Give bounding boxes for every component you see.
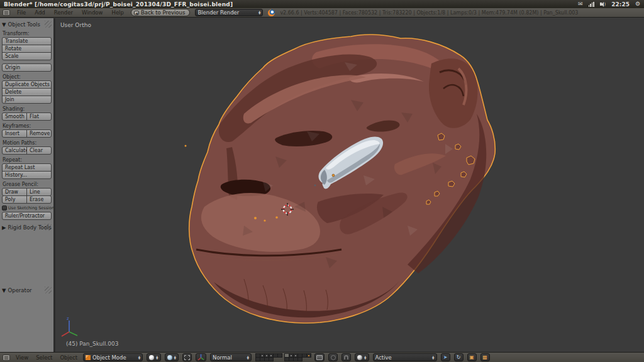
tool-shelf: ▼ Object Tools Transform: Translate Rota… — [0, 18, 55, 352]
volume-icon[interactable]: ) — [600, 2, 606, 7]
clear-button[interactable]: Clear — [26, 146, 52, 155]
pointer-icon: ➤ — [443, 355, 448, 360]
menu-select[interactable]: Select — [34, 354, 54, 361]
spinner-arrows-icon: ▲▼ — [432, 356, 434, 359]
menu-view[interactable]: View — [14, 354, 30, 361]
sketching-sessions-checkbox[interactable] — [2, 206, 7, 211]
system-tray: ✉ ) 22:25 ⚙ — [578, 1, 640, 8]
repeat-label: Repeat: — [3, 157, 51, 163]
panel-grip-icon — [45, 287, 52, 293]
mode-select[interactable]: Object Mode ▲▼ — [83, 353, 143, 361]
menu-help[interactable]: Help — [109, 9, 125, 16]
spinner-arrows-icon: ▲▼ — [156, 356, 158, 359]
viewport-shading-select[interactable]: ▲▼ — [147, 353, 160, 361]
shading-label: Shading: — [3, 106, 51, 112]
spinner-arrows-icon: ▲▼ — [258, 11, 260, 14]
view3d-header: View Select Object Object Mode ▲▼ ▲▼ ▲▼ — [0, 352, 644, 362]
render-preview-select[interactable]: ▲▼ — [355, 353, 369, 361]
join-button[interactable]: Join — [2, 96, 52, 104]
collapse-triangle-icon: ▼ — [2, 21, 6, 28]
object-mode-cube-icon — [86, 355, 91, 360]
active-select[interactable]: Active ▲▼ — [373, 353, 437, 361]
opengl-render-button[interactable]: ▣ — [467, 353, 477, 361]
titlebar: Blender* [/home/cogitas3d/prj/P_boisei_2… — [0, 0, 644, 8]
history-button[interactable]: History... — [2, 171, 52, 179]
opengl-anim-icon: ▩ — [482, 355, 487, 360]
scene-canvas — [55, 18, 644, 353]
spinner-arrows-icon: ▲▼ — [247, 356, 249, 359]
scene-lock-icon — [316, 355, 323, 360]
snap-toggle[interactable] — [341, 353, 351, 361]
spinner-arrows-icon: ▲▼ — [174, 356, 176, 359]
view-name-label: User Ortho — [60, 22, 91, 28]
layer-cell[interactable] — [269, 357, 274, 361]
sketching-sessions-label: Use Sketching Sessions — [8, 206, 55, 211]
axes-icon — [197, 354, 204, 361]
panel-grip-icon — [45, 224, 52, 231]
skull-model[interactable] — [189, 35, 496, 323]
gear-icon[interactable]: ⚙ — [635, 1, 640, 7]
object-label: Object: — [3, 74, 51, 80]
panel-operator[interactable]: ▼ Operator — [2, 286, 52, 294]
layers-widget — [255, 354, 311, 361]
spinner-arrows-icon: ▲▼ — [364, 356, 366, 359]
sync-icon: ↻ — [457, 355, 461, 360]
calculate-button[interactable]: Calculate — [2, 146, 27, 155]
panel-grip-icon — [45, 21, 52, 28]
spinner-arrows-icon: ▲▼ — [138, 356, 140, 359]
manipulator-toggle-icon — [184, 355, 190, 360]
panel-object-tools[interactable]: ▼ Object Tools — [2, 20, 52, 28]
scene-statistics: v2.66.6 | Verts:404587 | Faces:780532 | … — [280, 10, 578, 16]
grease-pencil-label: Grease Pencil: — [3, 182, 51, 187]
layer-cell[interactable] — [297, 357, 303, 361]
layer-cell[interactable] — [277, 353, 282, 358]
opengl-render-anim-button[interactable]: ▩ — [480, 353, 490, 361]
snap-magnet-icon — [344, 355, 348, 359]
insert-keyframe-button[interactable]: Insert — [2, 129, 27, 138]
manipulate-center-button[interactable]: ➤ — [441, 353, 450, 361]
menu-object[interactable]: Object — [58, 354, 79, 361]
proportional-edit-icon — [331, 355, 336, 360]
layer-cell[interactable] — [306, 353, 311, 358]
shading-sphere-icon — [149, 355, 154, 360]
pivot-icon — [167, 355, 172, 360]
panel-rigid-body-tools[interactable]: ▶ Rigid Body Tools — [2, 223, 52, 231]
manipulator-toggle[interactable] — [182, 353, 192, 361]
gp-erase-button[interactable]: Erase — [26, 195, 52, 204]
remove-keyframe-button[interactable]: Remove — [26, 129, 52, 138]
menu-file[interactable]: File — [15, 9, 28, 16]
editor-type-icon[interactable] — [3, 354, 10, 361]
viewport-3d[interactable]: User Ortho z (45) Pan_Skull.003 — [55, 18, 644, 352]
flat-button[interactable]: Flat — [26, 112, 52, 121]
menu-window[interactable]: Window — [80, 9, 105, 16]
gp-poly-button[interactable]: Poly — [2, 195, 27, 204]
origin-button[interactable]: Origin — [2, 63, 52, 72]
sync-button[interactable]: ↻ — [454, 353, 464, 361]
proportional-edit-toggle[interactable] — [328, 353, 338, 361]
lock-to-scene-toggle[interactable] — [314, 353, 325, 361]
clock[interactable]: 22:25 — [611, 1, 630, 8]
render-engine-select[interactable]: Blender Render ▲▼ — [195, 9, 263, 16]
render-sphere-icon — [357, 355, 362, 360]
active-object-label: (45) Pan_Skull.003 — [66, 341, 118, 347]
pivot-point-select[interactable]: ▲▼ — [165, 353, 179, 361]
smooth-button[interactable]: Smooth — [2, 112, 27, 121]
axis-gizmo-icon: z — [59, 315, 84, 341]
back-icon: ◄ — [134, 11, 139, 15]
blender-window: Blender* [/home/cogitas3d/prj/P_boisei_2… — [0, 0, 644, 362]
mail-icon[interactable]: ✉ — [578, 1, 583, 7]
network-signal-icon[interactable] — [589, 2, 594, 7]
menu-add[interactable]: Add — [33, 9, 47, 16]
editor-type-icon[interactable] — [3, 9, 10, 16]
orientation-select[interactable]: Normal ▲▼ — [210, 353, 252, 361]
back-to-previous-button[interactable]: ◄ Back to Previous — [131, 9, 191, 16]
menu-render[interactable]: Render — [52, 9, 75, 16]
scale-button[interactable]: Scale — [2, 52, 52, 60]
collapse-triangle-icon: ▼ — [2, 287, 6, 293]
translate-manipulator[interactable] — [196, 353, 206, 361]
layer-group — [284, 354, 311, 361]
ruler-protractor-button[interactable]: Ruler/Protractor — [2, 212, 52, 220]
transform-label: Transform: — [3, 31, 51, 36]
collapsed-triangle-icon: ▶ — [2, 224, 6, 231]
opengl-render-icon: ▣ — [469, 355, 474, 360]
